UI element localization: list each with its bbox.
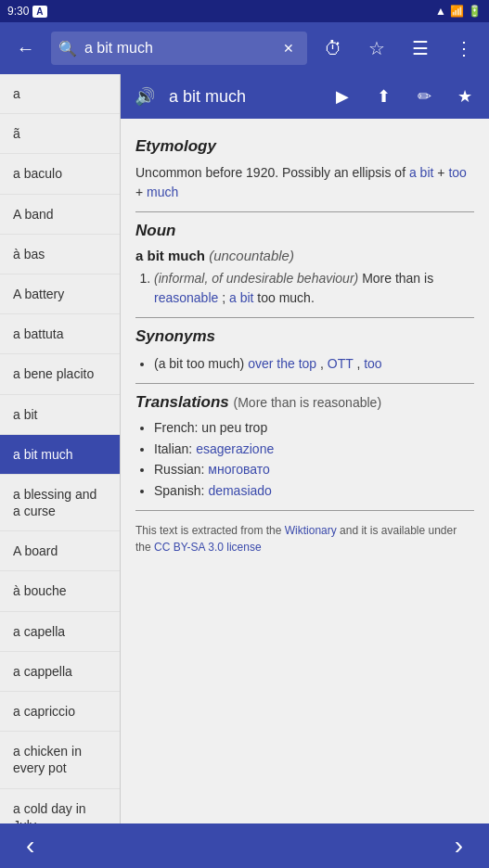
sidebar-item-aband[interactable]: A band xyxy=(0,195,120,235)
etym-prefix: Uncommon before 1920. Possibly an ellips… xyxy=(135,165,409,180)
history-button[interactable]: ⏱ xyxy=(315,30,351,67)
signal-icon: ▲ xyxy=(435,5,446,18)
sidebar-item-abattery[interactable]: A battery xyxy=(0,274,120,314)
source-link-license[interactable]: CC BY-SA 3.0 license xyxy=(154,541,262,554)
sidebar-item-blessing[interactable]: a blessing and a curse xyxy=(0,475,120,531)
definition-panel: 🔊 a bit much ▶ ⬆ ✏ ★ Etymology Uncommon … xyxy=(121,74,489,823)
def-body: Etymology Uncommon before 1920. Possibly… xyxy=(121,119,489,823)
history-icon: ⏱ xyxy=(324,38,342,59)
def-title: a bit much xyxy=(169,87,318,107)
sidebar-item-aboard[interactable]: A board xyxy=(0,531,120,571)
divider-3 xyxy=(135,383,474,384)
sidebar-item-abit[interactable]: a bit xyxy=(0,395,120,435)
sidebar-item-acapriccio[interactable]: a capriccio xyxy=(0,692,120,732)
etym-link-too[interactable]: too xyxy=(448,165,466,180)
word-entry-parens: (uncountable) xyxy=(209,248,294,263)
more-button[interactable]: ⋮ xyxy=(445,30,482,67)
trans-spanish-lang: Spanish: xyxy=(154,483,208,498)
translations-title: Translations (More than is reasonable) xyxy=(135,393,474,412)
def-tag: (informal, of undesirable behaviour) xyxy=(154,271,358,286)
content-area: a ã a baculo A band à bas A battery a ba… xyxy=(0,74,489,823)
trans-spanish-link[interactable]: demasiado xyxy=(208,483,272,498)
trans-italian: Italian: esagerazione xyxy=(154,439,474,459)
def-header: 🔊 a bit much ▶ ⬆ ✏ ★ xyxy=(121,74,489,119)
play-button[interactable]: ▶ xyxy=(326,80,359,113)
play-icon: ▶ xyxy=(336,86,349,107)
word-entry: a bit much (uncountable) xyxy=(135,248,474,263)
synonym-link-ott2[interactable]: OTT xyxy=(328,356,354,371)
search-bar[interactable]: 🔍 ✕ xyxy=(51,32,307,65)
sidebar-item-coldday[interactable]: a cold day in July xyxy=(0,789,120,823)
etym-link-abit[interactable]: a bit xyxy=(409,165,433,180)
sidebar-item-a[interactable]: a xyxy=(0,74,120,114)
divider-4 xyxy=(135,510,474,511)
def-sep: ; xyxy=(222,290,229,305)
translations-subtitle: (More than is reasonable) xyxy=(234,395,382,410)
trans-italian-lang: Italian: xyxy=(154,441,196,456)
divider-1 xyxy=(135,211,474,212)
bottom-bar: ‹ › xyxy=(0,823,489,868)
search-input[interactable] xyxy=(84,40,270,57)
sidebar-item-abattuta[interactable]: a battuta xyxy=(0,314,120,354)
trans-spanish: Spanish: demasiado xyxy=(154,480,474,501)
fav-button[interactable]: ★ xyxy=(448,80,482,113)
sidebar-item-abeneplac[interactable]: a bene placito xyxy=(0,354,120,394)
trans-russian: Russian: многовато xyxy=(154,459,474,479)
status-right: ▲ 📶 🔋 xyxy=(435,5,482,18)
def-text: More than is xyxy=(362,271,433,286)
synonym-sep1: , xyxy=(320,356,328,371)
prev-button[interactable]: ‹ xyxy=(19,823,42,868)
star-icon: ☆ xyxy=(368,37,385,59)
bookmark-button[interactable]: ☆ xyxy=(358,30,394,67)
clear-button[interactable]: ✕ xyxy=(277,37,300,59)
synonym-list: (a bit too much) over the top , OTT , to… xyxy=(135,353,474,374)
search-icon: 🔍 xyxy=(58,40,77,57)
battery-icon: 🔋 xyxy=(468,5,482,18)
def-link-abit[interactable]: a bit xyxy=(229,290,253,305)
speaker-icon: 🔊 xyxy=(135,86,155,107)
trans-french-lang: French: un peu trop xyxy=(154,420,267,435)
etym-plus1: + xyxy=(437,165,448,180)
trans-russian-lang: Russian: xyxy=(154,462,208,477)
etym-plus2: + xyxy=(135,185,147,199)
sidebar-item-abas[interactable]: à bas xyxy=(0,235,120,274)
back-button[interactable]: ← xyxy=(7,30,44,67)
def-link-reasonable[interactable]: reasonable xyxy=(154,290,218,305)
trans-french: French: un peu trop xyxy=(154,417,474,438)
fav-icon: ★ xyxy=(457,86,472,107)
source-text: This text is extracted from the Wiktiona… xyxy=(135,522,474,555)
synonyms-title: Synonyms xyxy=(135,327,474,346)
etymology-title: Etymology xyxy=(135,137,474,156)
etym-link-much[interactable]: much xyxy=(147,185,178,199)
next-button[interactable]: › xyxy=(447,823,470,868)
divider-2 xyxy=(135,317,474,318)
synonym-link-too[interactable]: too xyxy=(364,356,381,371)
trans-russian-link[interactable]: многовато xyxy=(208,462,270,477)
sidebar-item-a-tilde[interactable]: ã xyxy=(0,114,120,154)
trans-italian-link[interactable]: esagerazione xyxy=(196,441,274,456)
source-prefix: This text is extracted from the xyxy=(135,524,285,537)
speaker-button[interactable]: 🔊 xyxy=(128,80,161,113)
synonym-link-ott1[interactable]: over the top xyxy=(248,356,316,371)
status-left: 9:30 A xyxy=(7,5,47,18)
list-button[interactable]: ☰ xyxy=(402,30,438,67)
main-toolbar: ← 🔍 ✕ ⏱ ☆ ☰ ⋮ xyxy=(0,22,489,74)
share-icon: ⬆ xyxy=(377,86,391,107)
status-time: 9:30 xyxy=(7,5,29,18)
status-bar: 9:30 A ▲ 📶 🔋 xyxy=(0,0,489,22)
etymology-text: Uncommon before 1920. Possibly an ellips… xyxy=(135,163,474,202)
share-button[interactable]: ⬆ xyxy=(367,80,400,113)
list-icon: ☰ xyxy=(412,37,429,59)
definition-item-1: (informal, of undesirable behaviour) Mor… xyxy=(154,269,474,308)
edit-button[interactable]: ✏ xyxy=(407,80,441,113)
sidebar-item-abouche[interactable]: à bouche xyxy=(0,571,120,611)
source-link-wiktionary[interactable]: Wiktionary xyxy=(285,524,337,537)
sidebar-item-abaculo[interactable]: a baculo xyxy=(0,154,120,194)
edit-icon: ✏ xyxy=(418,86,431,107)
sidebar-item-acapella1[interactable]: a capella xyxy=(0,612,120,652)
sidebar-item-abitm[interactable]: a bit much xyxy=(0,435,120,475)
sidebar: a ã a baculo A band à bas A battery a ba… xyxy=(0,74,121,823)
synonym-item: (a bit too much) over the top , OTT , to… xyxy=(154,353,474,374)
sidebar-item-chicken[interactable]: a chicken in every pot xyxy=(0,732,120,788)
sidebar-item-acappella[interactable]: a cappella xyxy=(0,652,120,692)
